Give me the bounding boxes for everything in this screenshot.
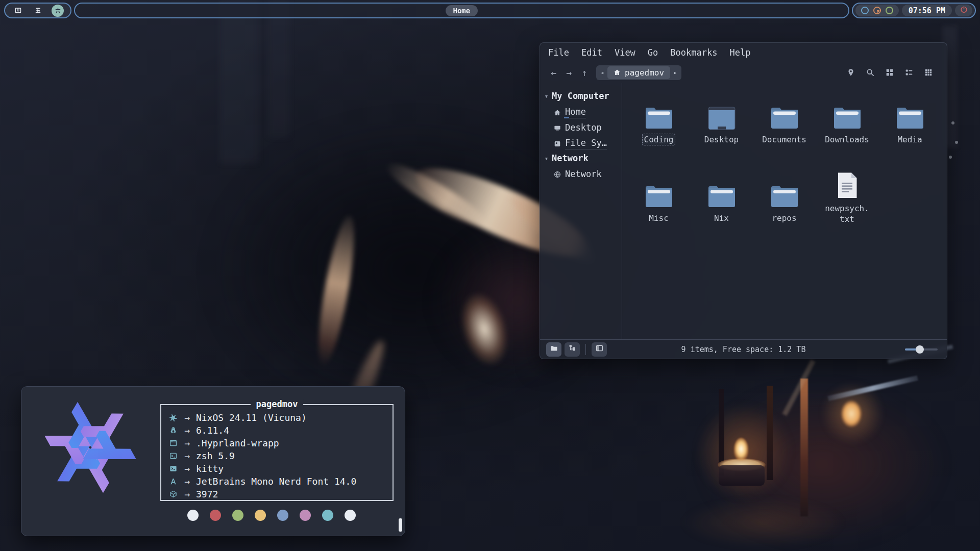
active-window-title[interactable]: Home xyxy=(446,5,478,16)
path-bar: ◂ pagedmov ▸ xyxy=(596,65,681,80)
file-grid: Coding Desktop Documents Downloads Media… xyxy=(627,93,943,224)
folder-icon xyxy=(770,172,799,209)
fetch-value: 6.11.4 xyxy=(196,425,229,436)
power-button[interactable] xyxy=(955,5,972,16)
statusbar: 9 items, Free space: 1.2 TB xyxy=(540,339,947,359)
menu-view[interactable]: View xyxy=(615,47,635,58)
menubar: FileEditViewGoBookmarksHelp xyxy=(540,43,947,62)
search-icon[interactable] xyxy=(866,68,874,77)
folder-view[interactable]: Coding Desktop Documents Downloads Media… xyxy=(622,83,947,339)
workspace-glyph-wu-icon xyxy=(34,7,42,14)
menu-go[interactable]: Go xyxy=(648,47,658,58)
file-media[interactable]: Media xyxy=(880,93,940,145)
workspace-si[interactable] xyxy=(12,5,24,17)
wm-icon xyxy=(167,439,179,447)
file-manager-window: FileEditViewGoBookmarksHelp ← → ↑ ◂ page… xyxy=(540,42,947,359)
palette-dot-3 xyxy=(255,510,266,521)
pin-icon[interactable] xyxy=(846,68,855,77)
path-segment-home[interactable]: pagedmov xyxy=(607,66,670,79)
sidebar-item-filesy[interactable]: File Sy… xyxy=(540,135,622,151)
compact-view-icon[interactable] xyxy=(924,68,933,77)
sidebar-item-network[interactable]: Network xyxy=(540,166,622,181)
sidebar-item-home[interactable]: Home xyxy=(540,104,622,119)
file-label: Nix xyxy=(712,212,731,224)
path-scroll-right[interactable]: ▸ xyxy=(670,69,680,76)
active-window-module: Home xyxy=(74,3,849,18)
tree-view-icon xyxy=(569,344,576,354)
zoom-slider[interactable] xyxy=(905,345,938,354)
arrow-glyph: → xyxy=(179,476,196,487)
menu-edit[interactable]: Edit xyxy=(581,47,602,58)
icon-view-icon[interactable] xyxy=(885,68,894,77)
list-view-icon[interactable] xyxy=(904,68,913,77)
text-icon xyxy=(837,172,858,199)
terminal-scrollbar[interactable] xyxy=(399,518,402,532)
file-newpsych.txt[interactable]: newpsych.txt xyxy=(817,172,877,224)
tux-icon xyxy=(167,427,179,434)
path-label: pagedmov xyxy=(625,68,664,78)
palette-dot-2 xyxy=(232,510,243,521)
file-label: Downloads xyxy=(823,134,871,145)
side-pane-toggle-button[interactable] xyxy=(592,342,607,357)
file-label: Media xyxy=(895,134,924,145)
desktop-icon xyxy=(708,93,736,130)
arrow-glyph: → xyxy=(179,450,196,461)
forward-button[interactable]: → xyxy=(561,67,577,78)
palette-dot-6 xyxy=(322,510,333,521)
font-icon xyxy=(167,478,179,485)
arrow-glyph: → xyxy=(179,412,196,423)
arrow-glyph: → xyxy=(179,463,196,474)
nix-icon xyxy=(167,414,179,422)
up-button[interactable]: ↑ xyxy=(577,67,592,78)
folder-icon xyxy=(644,93,674,130)
fetch-line: → kitty xyxy=(167,462,387,475)
menu-file[interactable]: File xyxy=(548,47,569,58)
fetch-hostname: pagedmov xyxy=(251,399,304,409)
tray-circle-blue-icon[interactable] xyxy=(861,7,869,14)
file-desktop[interactable]: Desktop xyxy=(692,93,752,145)
arrow-glyph: → xyxy=(179,489,196,499)
palette xyxy=(187,510,356,521)
folder-icon xyxy=(895,93,925,130)
sidebar-section-label: My Computer xyxy=(552,91,609,101)
tree-view-mode-button[interactable] xyxy=(565,342,580,357)
top-bar: Home 07:56 PM xyxy=(4,3,976,18)
sidebar-item-desktop[interactable]: Desktop xyxy=(540,119,622,135)
file-documents[interactable]: Documents xyxy=(754,93,815,145)
workspace-wu[interactable] xyxy=(32,5,44,17)
tray-circle-green-icon[interactable] xyxy=(886,7,893,14)
icon-view-mode-button[interactable] xyxy=(546,342,561,357)
fetch-line: → NixOS 24.11 (Vicuna) xyxy=(167,411,387,424)
toolbar: ← → ↑ ◂ pagedmov ▸ xyxy=(540,62,947,83)
folder-icon xyxy=(770,93,799,130)
palette-dot-1 xyxy=(210,510,221,521)
palette-dot-4 xyxy=(277,510,288,521)
workspace-liu[interactable] xyxy=(52,5,64,17)
back-button[interactable]: ← xyxy=(546,67,561,78)
fetch-value: kitty xyxy=(196,463,224,474)
tray-pie-orange-icon[interactable] xyxy=(873,7,881,14)
fetch-line: → 6.11.4 xyxy=(167,424,387,437)
collapse-triangle-icon[interactable]: ▾ xyxy=(545,93,548,99)
status-summary: 9 items, Free space: 1.2 TB xyxy=(681,345,806,354)
file-label: Documents xyxy=(760,134,808,145)
file-coding[interactable]: Coding xyxy=(629,93,689,145)
file-downloads[interactable]: Downloads xyxy=(817,93,877,145)
path-scroll-left[interactable]: ◂ xyxy=(597,69,607,76)
menu-help[interactable]: Help xyxy=(729,47,750,58)
menu-bookmarks[interactable]: Bookmarks xyxy=(670,47,717,58)
file-nix[interactable]: Nix xyxy=(692,172,752,224)
package-icon xyxy=(167,490,179,498)
file-misc[interactable]: Misc xyxy=(629,172,689,224)
folder-icon xyxy=(707,172,737,209)
collapse-triangle-icon[interactable]: ▾ xyxy=(545,156,548,161)
nixos-logo xyxy=(36,400,145,495)
workspaces xyxy=(4,3,71,18)
arrow-glyph: → xyxy=(179,425,196,436)
zoom-slider-knob[interactable] xyxy=(916,345,924,354)
workspace-glyph-liu-icon xyxy=(54,7,62,14)
file-repos[interactable]: repos xyxy=(754,172,815,224)
tray-indicators[interactable] xyxy=(855,5,899,16)
sidebar-section-0: ▾ My Computer Home Desktop File Sy… xyxy=(540,88,622,151)
fetch-line: → .Hyprland-wrapp xyxy=(167,437,387,449)
